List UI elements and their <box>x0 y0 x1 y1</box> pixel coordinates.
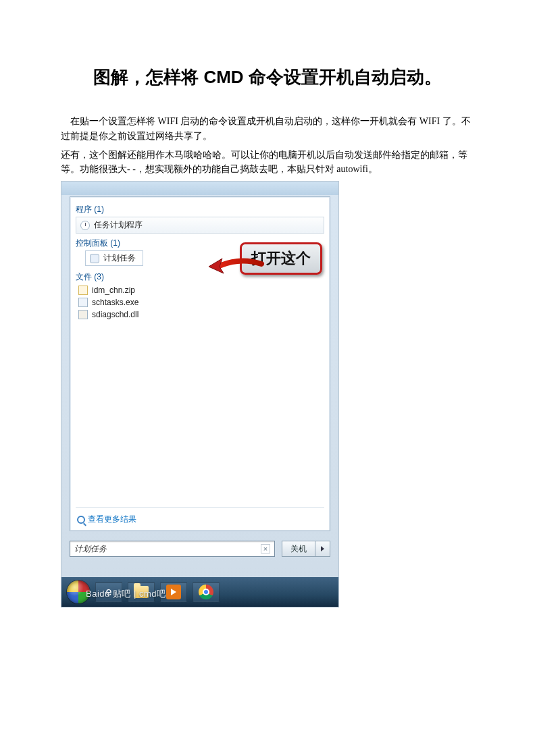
program-label: 任务计划程序 <box>94 219 143 231</box>
chrome-icon <box>199 585 213 599</box>
exe-icon <box>78 298 88 307</box>
taskbar: e Baidu 贴吧 | cmd吧 <box>61 577 338 607</box>
watermark-text: Baidu 贴吧 | cmd吧 <box>86 588 166 600</box>
group-programs-header: 程序 (1) <box>76 204 324 215</box>
control-item-label: 计划任务 <box>103 252 136 264</box>
dll-icon <box>78 310 88 319</box>
paragraph-1: 在贴一个设置怎样将 WIFI 启动的命令设置成开机自动启动的，这样你一开机就会有… <box>61 114 474 143</box>
file-name: schtasks.exe <box>92 298 138 307</box>
see-more-results[interactable]: 查看更多结果 <box>77 514 136 525</box>
shutdown-options-button[interactable] <box>315 541 330 557</box>
search-row: 计划任务 × 关机 <box>70 539 330 558</box>
file-name: idm_chn.zip <box>92 286 135 295</box>
control-scheduled-tasks[interactable]: 计划任务 <box>85 250 143 266</box>
paragraph-2: 还有，这个图解还能用作木马哦哈哈哈。可以让你的电脑开机以后自动发送邮件给指定的邮… <box>61 148 474 177</box>
window-titlebar-strip <box>61 182 338 195</box>
shutdown-split-button[interactable]: 关机 <box>282 541 330 557</box>
gear-icon <box>90 254 99 263</box>
file-name: sdiagschd.dll <box>92 310 138 319</box>
taskbar-chrome[interactable] <box>193 582 220 602</box>
search-icon <box>77 516 85 524</box>
see-more-label: 查看更多结果 <box>88 514 136 525</box>
page-title: 图解，怎样将 CMD 命令设置开机自动启动。 <box>61 61 474 94</box>
zip-icon <box>78 286 88 295</box>
program-task-scheduler[interactable]: 任务计划程序 <box>76 217 324 234</box>
search-value: 计划任务 <box>74 543 107 555</box>
screenshot-start-menu: 程序 (1) 任务计划程序 控制面板 (1) 计划任务 文件 (3) idm_c… <box>61 181 339 608</box>
file-item[interactable]: idm_chn.zip <box>76 284 324 296</box>
file-item[interactable]: schtasks.exe <box>76 296 324 308</box>
divider <box>76 507 324 508</box>
chevron-right-icon <box>321 546 324 551</box>
annotation-callout: 打开这个 <box>240 242 322 275</box>
clear-search-button[interactable]: × <box>261 544 270 554</box>
clock-icon <box>80 221 90 230</box>
file-item[interactable]: sdiagschd.dll <box>76 308 324 321</box>
search-input[interactable]: 计划任务 × <box>70 541 275 557</box>
play-icon <box>166 585 181 599</box>
shutdown-button[interactable]: 关机 <box>282 541 315 557</box>
